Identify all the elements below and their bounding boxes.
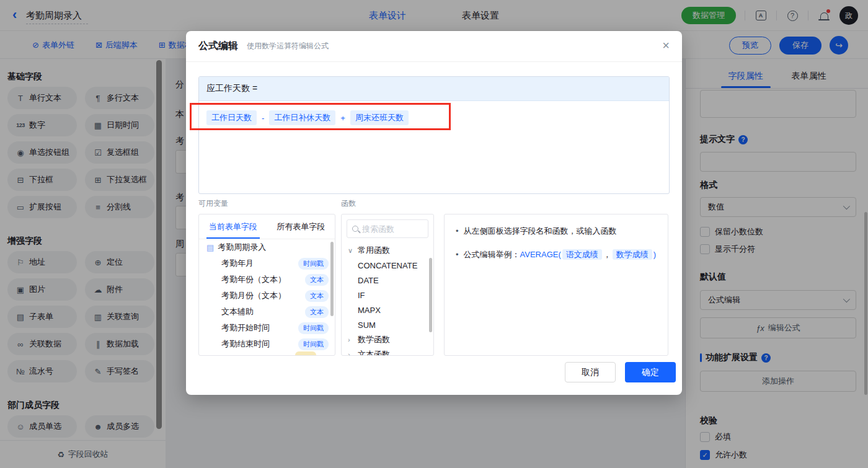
formula-field-chip[interactable]: 工作日天数 — [206, 110, 257, 125]
variable-row[interactable]: 考勤开始时间时间戳 — [199, 320, 335, 336]
function-item[interactable]: IF — [342, 288, 433, 302]
formula-field-chip[interactable]: 工作日补休天数 — [269, 110, 335, 125]
variables-section-label: 可用变量 — [198, 198, 228, 209]
functions-panel: ∨常用函数 CONCATENATE DATE IF MAPX SUM ›数学函数… — [341, 214, 434, 356]
caret-open-icon: ∨ — [348, 247, 354, 255]
type-badge: 文本 — [305, 274, 329, 286]
type-badge: 文本 — [305, 306, 329, 318]
function-group-text[interactable]: ›文本函数 — [342, 347, 433, 356]
caret-closed-icon: › — [348, 336, 354, 343]
partial-badge — [295, 351, 316, 355]
functions-section-label: 函数 — [341, 198, 356, 209]
modal-title: 公式编辑 — [198, 40, 238, 53]
example-function: AVERAGE( — [520, 250, 561, 259]
function-item[interactable]: SUM — [342, 317, 433, 332]
modal-subtitle: 使用数学运算符编辑公式 — [247, 41, 329, 51]
formula-input-area[interactable]: 工作日天数 - 工作日补休天数 + 周末还班天数 — [199, 101, 669, 135]
tab-current-form-fields[interactable]: 当前表单字段 — [199, 214, 267, 239]
example-chip: 数学成绩 — [613, 249, 652, 260]
caret-closed-icon: › — [348, 351, 354, 356]
confirm-button[interactable]: 确定 — [625, 362, 676, 382]
variables-scrollbar[interactable] — [330, 242, 334, 316]
example-chip: 语文成绩 — [562, 249, 602, 260]
operator: + — [340, 113, 345, 123]
tip-line-1: • 从左侧面板选择字段名和函数，或输入函数 — [456, 224, 657, 238]
tab-all-form-fields[interactable]: 所有表单字段 — [267, 214, 335, 239]
function-item[interactable]: CONCATENATE — [342, 258, 433, 273]
variable-row[interactable]: 文本辅助文本 — [199, 304, 335, 320]
variable-row[interactable]: 考勤年月时间戳 — [199, 255, 335, 272]
type-badge: 时间戳 — [298, 322, 329, 334]
variable-row[interactable]: 考勤月份（文本）文本 — [199, 288, 335, 304]
bullet-icon: • — [456, 224, 459, 238]
search-icon — [352, 226, 358, 232]
formula-editor: 应工作天数 = 工作日天数 - 工作日补休天数 + 周末还班天数 — [198, 76, 670, 194]
variable-row[interactable]: 考勤结束时间时间戳 — [199, 336, 335, 352]
variable-row[interactable]: 考勤年份（文本）文本 — [199, 272, 335, 288]
document-icon: ▤ — [206, 243, 214, 252]
functions-scrollbar[interactable] — [429, 258, 432, 332]
close-icon[interactable]: × — [662, 39, 670, 51]
formula-field-chip[interactable]: 周末还班天数 — [350, 110, 409, 125]
type-badge: 时间戳 — [298, 258, 329, 270]
search-input[interactable] — [362, 224, 423, 234]
cancel-button[interactable]: 取消 — [565, 362, 616, 382]
operator: - — [262, 113, 264, 123]
tip-line-2: • 公式编辑举例：AVERAGE(语文成绩，数学成绩) — [456, 248, 657, 262]
variables-panel: 当前表单字段 所有表单字段 ▤ 考勤周期录入 考勤年月时间戳 考勤年份（文本）文… — [198, 214, 335, 356]
function-group-math[interactable]: ›数学函数 — [342, 332, 433, 347]
tree-root[interactable]: ▤ 考勤周期录入 — [199, 239, 335, 255]
function-item[interactable]: DATE — [342, 273, 433, 288]
bullet-icon: • — [456, 248, 459, 262]
tips-panel: • 从左侧面板选择字段名和函数，或输入函数 • 公式编辑举例：AVERAGE(语… — [444, 214, 668, 356]
function-item[interactable]: MAPX — [342, 302, 433, 317]
function-group-common[interactable]: ∨常用函数 — [342, 243, 433, 258]
type-badge: 文本 — [305, 290, 329, 302]
formula-edit-modal: 公式编辑 使用数学运算符编辑公式 × 应工作天数 = 工作日天数 - 工作日补休… — [186, 31, 682, 395]
function-search[interactable] — [347, 219, 428, 238]
type-badge: 时间戳 — [298, 338, 329, 350]
formula-target: 应工作天数 = — [199, 77, 669, 101]
